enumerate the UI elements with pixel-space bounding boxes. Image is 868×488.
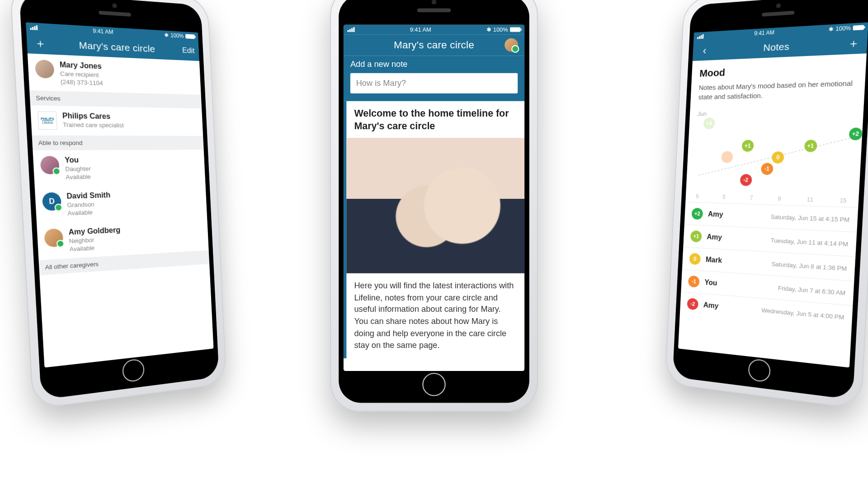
caregiver-status: Available	[67, 208, 111, 217]
nav-title: Mary's care circle	[365, 39, 503, 51]
mood-timestamp: Wednesday, Jun 5 at 4:00 PM	[761, 306, 844, 320]
signal-icon	[30, 25, 38, 30]
note-input[interactable]: How is Mary?	[350, 73, 518, 94]
caregiver-name: You	[65, 156, 91, 164]
timeline-body: Here you will find the latest interactio…	[346, 273, 524, 358]
back-button[interactable]: ‹	[697, 44, 712, 57]
home-button[interactable]	[422, 373, 445, 396]
add-note-button[interactable]: ＋	[844, 35, 863, 52]
chart-x-tick: 7	[750, 195, 753, 201]
chart-x-tick: 5	[696, 193, 699, 200]
mood-author: Amy	[708, 210, 765, 221]
caregiver-relation: Grandson	[67, 200, 111, 209]
battery-pct: 100%	[493, 26, 508, 33]
mood-timestamp: Saturday, Jun 15 at 4:15 PM	[770, 213, 849, 223]
status-time: 9:41 AM	[93, 28, 113, 35]
timeline-welcome-card: Welcome to the home timeline for Mary's …	[344, 101, 524, 358]
notes-description: Notes about Mary's mood based on her emo…	[698, 78, 856, 102]
avatar	[44, 228, 63, 247]
add-note-panel: Add a new note How is Mary?	[344, 56, 524, 101]
mood-timestamp: Tuesday, Jun 11 at 4:14 PM	[770, 237, 848, 248]
timeline-title: Welcome to the home timeline for Mary's …	[346, 101, 524, 138]
mood-author: Amy	[703, 301, 756, 314]
mood-score-badge: -2	[687, 298, 698, 310]
service-sub: Trained care specialist	[63, 121, 124, 129]
status-time: 9:41 AM	[754, 29, 774, 37]
care-recipient-row[interactable]: Mary Jones Care recipient (248) 373-1104	[28, 53, 201, 94]
mood-score-badge: +2	[691, 208, 703, 220]
caregiver-status: Available	[66, 173, 91, 181]
avatar	[35, 60, 55, 79]
mood-timestamp: Saturday, Jun 8 at 1:36 PM	[771, 260, 847, 272]
recipient-phone: (248) 373-1104	[61, 78, 103, 87]
battery-icon	[853, 25, 864, 30]
nav-title: Notes	[712, 38, 845, 56]
status-time: 9:41 AM	[410, 26, 431, 33]
service-name: Philips Cares	[62, 112, 123, 121]
chart-x-tick: 15	[840, 197, 847, 204]
caregiver-name: David Smith	[66, 191, 111, 201]
timeline-hero-image	[346, 138, 524, 273]
signal-icon	[347, 27, 354, 32]
bluetooth-icon: ✱	[164, 32, 169, 39]
battery-pct: 100%	[170, 32, 184, 39]
caregiver-status: Available	[69, 243, 121, 253]
battery-icon	[510, 27, 521, 32]
notes-header-section: Mood Notes about Mary's mood based on he…	[690, 53, 867, 106]
mood-timestamp: Friday, Jun 7 at 6:30 AM	[778, 284, 846, 296]
mood-score-badge: -1	[688, 275, 700, 287]
phone-notes: 9:41 AM ✱100% ‹ Notes ＋ Mood Notes about…	[665, 0, 868, 409]
mood-author: Amy	[707, 233, 765, 244]
battery-icon	[185, 34, 195, 39]
note-placeholder: How is Mary?	[356, 79, 406, 88]
phone-care-circle: 9:41 AM ✱100% ＋ Mary's care circle Edit …	[9, 0, 227, 409]
chart-x-tick: 11	[807, 196, 813, 203]
battery-pct: 100%	[835, 25, 851, 33]
bluetooth-icon: ✱	[486, 26, 491, 33]
edit-button[interactable]: Edit	[182, 46, 195, 56]
home-button[interactable]	[122, 358, 145, 383]
notes-heading: Mood	[699, 61, 857, 80]
add-note-label: Add a new note	[350, 60, 518, 69]
caregiver-relation: Daughter	[65, 165, 91, 173]
profile-avatar-button[interactable]	[503, 38, 519, 52]
chart-x-tick: 5	[722, 194, 726, 200]
nav-title: Mary's care circle	[48, 38, 182, 56]
signal-icon	[697, 34, 704, 39]
mood-score-badge: 0	[689, 253, 701, 265]
nav-bar: Mary's care circle	[344, 34, 524, 56]
caregiver-row[interactable]: YouDaughterAvailable	[33, 150, 205, 187]
avatar: D	[42, 192, 61, 211]
mood-author: You	[704, 278, 773, 291]
add-button[interactable]: ＋	[32, 35, 49, 52]
bluetooth-icon: ✱	[829, 26, 834, 33]
section-respond: Able to respond	[32, 136, 204, 150]
avatar	[40, 156, 59, 174]
philips-lifeline-badge: PHILIPSLifeline	[38, 111, 57, 130]
recipient-role: Care recipient	[60, 70, 103, 79]
chart-x-tick: 8	[778, 196, 781, 202]
avatar	[505, 38, 518, 52]
service-row[interactable]: PHILIPSLifeline Philips Cares Trained ca…	[30, 105, 203, 136]
status-bar: 9:41 AM ✱100%	[344, 25, 524, 34]
mood-author: Mark	[706, 256, 766, 267]
home-button[interactable]	[748, 358, 771, 383]
phone-timeline: 9:41 AM ✱100% Mary's care circle Add a n…	[330, 0, 538, 412]
recipient-name: Mary Jones	[59, 61, 102, 71]
mood-score-badge: +1	[690, 230, 702, 243]
mood-chart[interactable]: Jun +3-2+1-10+1+2 55781115	[685, 106, 863, 207]
mood-entries-list: +2AmySaturday, Jun 15 at 4:15 PM+1AmyTue…	[680, 202, 859, 330]
